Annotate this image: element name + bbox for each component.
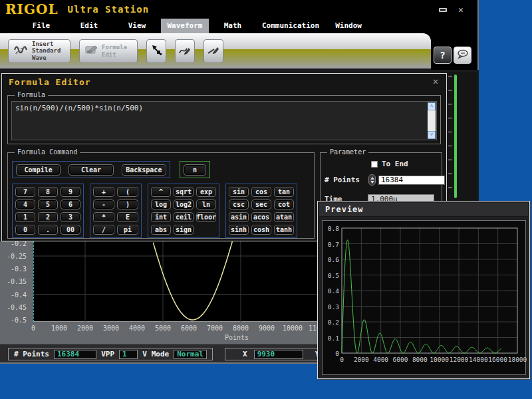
keypad-.-button[interactable]: .: [38, 225, 58, 235]
formula-edit-icon: [84, 44, 99, 59]
backspace-button[interactable]: Backspace: [122, 164, 166, 176]
insert-standard-wave-button[interactable]: Insert Standard Wave: [8, 39, 70, 63]
keypad-4-button[interactable]: 4: [15, 200, 35, 209]
zoom-select-button[interactable]: [146, 39, 166, 63]
spinner-down-icon: [370, 181, 374, 184]
keypad-acos-button[interactable]: acos: [251, 212, 271, 222]
title-bar: RIGOL Ultra Station ✕: [0, 0, 477, 19]
status-points-label: # Points: [14, 350, 49, 358]
keypad-int-button[interactable]: int: [151, 212, 171, 222]
status-points-value[interactable]: 16384: [54, 350, 96, 359]
dialog-close-button[interactable]: ✕: [430, 76, 441, 86]
status-mode-label: Mode: [152, 350, 170, 358]
keypad-cos-button[interactable]: cos: [251, 187, 271, 197]
x-tick-label: 10000: [278, 325, 307, 332]
keypad-8-button[interactable]: 8: [38, 187, 58, 197]
freehand-draw-button[interactable]: [175, 39, 195, 63]
keypad-log2-button[interactable]: log2: [174, 200, 194, 209]
green-level-bar: [454, 74, 457, 198]
help-button[interactable]: ?: [434, 47, 452, 64]
n-button[interactable]: n: [184, 164, 206, 176]
compile-button[interactable]: Compile: [16, 164, 61, 176]
y-tick-label: -0.4: [0, 292, 31, 299]
to-end-checkbox[interactable]: [371, 161, 378, 168]
close-button[interactable]: ✕: [455, 5, 467, 14]
to-end-label: To End: [382, 160, 408, 168]
window-controls: ✕: [437, 5, 467, 14]
keypad-floor-button[interactable]: floor: [196, 212, 216, 222]
formula-scrollbar[interactable]: ˄ ˅: [428, 102, 436, 139]
status-mode-value[interactable]: Normal: [174, 350, 207, 359]
preview-title: Preview: [325, 205, 364, 214]
clear-button[interactable]: Clear: [68, 164, 113, 176]
app-title: Ultra Station: [68, 4, 150, 15]
menu-item-edit[interactable]: Edit: [65, 19, 113, 33]
keypad-sinh-button[interactable]: sinh: [229, 225, 249, 235]
preview-x-tick-label: 18000: [505, 356, 529, 363]
keypad-pi-button[interactable]: pi: [117, 225, 138, 235]
feedback-button[interactable]: [454, 47, 471, 64]
keypad-sign-button[interactable]: sign: [174, 225, 194, 235]
keypad-^-button[interactable]: ^: [151, 187, 171, 197]
status-vpp-value[interactable]: 1: [119, 350, 138, 359]
keypad-log-button[interactable]: log: [151, 200, 171, 209]
menu-item-math[interactable]: Math: [209, 19, 257, 33]
menu-item-waveform[interactable]: Waveform: [161, 19, 209, 33]
keypad-sec-button[interactable]: sec: [251, 200, 271, 209]
scroll-up-icon[interactable]: ˄: [428, 102, 436, 110]
line-draw-button[interactable]: [203, 39, 223, 63]
menu-item-window[interactable]: Window: [325, 19, 372, 33]
to-end-row: To End: [371, 160, 408, 168]
keypad-sin-button[interactable]: sin: [229, 187, 249, 197]
keypad-cosh-button[interactable]: cosh: [251, 225, 271, 235]
x-tick-label: 3000: [96, 325, 126, 332]
keypad-6-button[interactable]: 6: [61, 200, 80, 209]
keypad-csc-button[interactable]: csc: [229, 200, 249, 209]
preview-titlebar[interactable]: Preview: [319, 203, 528, 217]
keypad-0-button[interactable]: 0: [15, 225, 35, 235]
status-x-value[interactable]: 9930: [254, 350, 303, 359]
keypad-atan-button[interactable]: atan: [274, 212, 294, 222]
keypad-5-button[interactable]: 5: [38, 200, 58, 209]
menu-item-file[interactable]: File: [17, 19, 65, 33]
scroll-down-icon[interactable]: ˅: [428, 131, 436, 139]
formula-edit-button[interactable]: Formula Edit: [79, 39, 138, 63]
keypad-abs-button[interactable]: abs: [151, 225, 171, 235]
preview-y-tick-label: 0.4: [322, 288, 339, 295]
formula-textarea[interactable]: sin(n/500)/(n/500)*sin(n/500) ˄ ˅: [11, 101, 437, 140]
keypad-sqrt-button[interactable]: sqrt: [174, 187, 194, 197]
insert-standard-wave-label: Insert Standard Wave: [32, 41, 65, 61]
keypad-00-button[interactable]: 00: [61, 225, 80, 235]
minimize-button[interactable]: [437, 5, 449, 14]
x-tick-label: 1000: [45, 325, 74, 332]
keypad-cot-button[interactable]: cot: [274, 200, 294, 209]
menu-item-communication[interactable]: Communication: [257, 19, 325, 33]
keypad-ceil-button[interactable]: ceil: [174, 212, 194, 222]
keypad-exp-button[interactable]: exp: [196, 187, 216, 197]
x-tick-label: 7000: [200, 325, 229, 332]
keypad-)-button[interactable]: ): [117, 200, 138, 209]
keypad-*-button[interactable]: *: [93, 212, 114, 222]
menu-item-view[interactable]: View: [113, 19, 161, 33]
keypad-/-button[interactable]: /: [93, 225, 114, 235]
y-tick-label: -0.25: [0, 253, 31, 260]
keypad-ln-button[interactable]: ln: [196, 200, 216, 209]
keypad-+-button[interactable]: +: [93, 187, 114, 197]
keypad-3-button[interactable]: 3: [61, 212, 80, 222]
points-input[interactable]: [378, 176, 445, 185]
keypad-7-button[interactable]: 7: [15, 187, 35, 197]
keypad-(-button[interactable]: (: [117, 187, 138, 197]
points-spinner[interactable]: [368, 174, 376, 186]
keypad-asin-button[interactable]: asin: [229, 212, 249, 222]
keypad-2-button[interactable]: 2: [38, 212, 58, 222]
freehand-pen-icon: [178, 44, 192, 59]
x-tick-label: 4000: [122, 325, 152, 332]
toolbar: Insert Standard Wave Formula Edit: [0, 33, 431, 70]
keypad---button[interactable]: -: [93, 200, 114, 209]
status-panel-left: # Points 16384 VPP 1 V Mode Normal: [8, 348, 213, 360]
keypad-9-button[interactable]: 9: [61, 187, 80, 197]
keypad-E-button[interactable]: E: [117, 212, 138, 222]
keypad-tanh-button[interactable]: tanh: [274, 225, 294, 235]
keypad-tan-button[interactable]: tan: [274, 187, 294, 197]
keypad-1-button[interactable]: 1: [15, 212, 35, 222]
